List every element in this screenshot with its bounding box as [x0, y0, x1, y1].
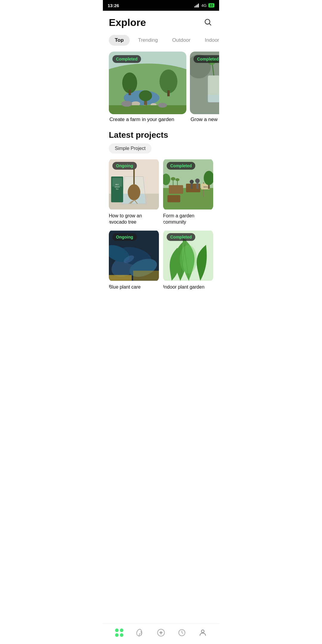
svg-rect-57	[191, 184, 193, 189]
svg-point-0	[205, 19, 210, 24]
svg-rect-71	[133, 270, 159, 281]
filter-chips: Simple Project	[103, 143, 219, 158]
svg-point-53	[175, 178, 179, 181]
project-image-community: SMAG Completed	[163, 158, 213, 210]
svg-rect-55	[196, 183, 199, 189]
project-card-title-greenplant: Indoor plant garden	[163, 284, 213, 290]
status-badge-community: Completed	[167, 162, 195, 170]
top-card-title-1: Create a farm in your garden	[109, 117, 186, 123]
page-header: Explore	[103, 11, 219, 31]
status-badge-avocado: Ongoing	[112, 162, 137, 170]
project-image-avocado: MINT GREEN TEA Ongoing	[109, 158, 159, 210]
svg-rect-47	[169, 185, 183, 194]
project-card-avocado[interactable]: MINT GREEN TEA Ongoing How to grow an av…	[109, 158, 159, 225]
project-card-greenplant[interactable]: Completed Indoor plant garden	[163, 230, 213, 290]
top-projects-scroll: Completed Create a farm in your garden	[103, 49, 219, 127]
top-project-card-1[interactable]: Completed Create a farm in your garden	[109, 52, 186, 123]
svg-point-56	[190, 180, 193, 184]
top-project-image-1: Completed	[109, 52, 186, 114]
svg-rect-8	[129, 90, 131, 95]
svg-line-1	[209, 24, 211, 25]
svg-rect-6	[167, 90, 170, 96]
status-badge-2: Completed	[193, 55, 219, 63]
top-project-card-2[interactable]: Completed Grow a new pla ones	[190, 52, 219, 123]
svg-rect-62	[208, 185, 210, 189]
svg-point-10	[139, 90, 152, 101]
projects-grid: MINT GREEN TEA Ongoing How to grow an av…	[103, 158, 219, 295]
project-card-title-blueplant: Blue plant care	[109, 284, 159, 290]
project-card-title-avocado: How to grow an avocado tree	[109, 213, 159, 225]
project-image-blueplant: Ongoing	[109, 230, 159, 282]
status-badge-greenplant: Completed	[167, 233, 195, 241]
network-label: 4G	[201, 3, 206, 8]
svg-text:MINT: MINT	[115, 184, 119, 185]
status-badge-blueplant: Ongoing	[112, 233, 137, 241]
svg-point-35	[128, 184, 140, 200]
latest-projects-title: Latest projects	[103, 127, 219, 143]
svg-point-54	[195, 179, 200, 183]
svg-point-15	[121, 101, 132, 107]
battery-icon: 33	[208, 3, 214, 7]
tab-top[interactable]: Top	[109, 35, 130, 46]
svg-text:TEA: TEA	[116, 188, 119, 190]
search-icon	[204, 18, 212, 26]
project-card-blueplant[interactable]: Ongoing Blue plant care	[109, 230, 159, 290]
page-title: Explore	[109, 17, 146, 28]
status-time: 13:26	[108, 3, 119, 8]
tab-indoor[interactable]: Indoor	[199, 35, 219, 46]
project-image-greenplant: Completed	[163, 230, 213, 282]
tab-outdoor[interactable]: Outdoor	[166, 35, 196, 46]
project-card-community[interactable]: SMAG Completed Form a garden community	[163, 158, 213, 225]
svg-rect-49	[167, 195, 180, 202]
svg-point-75	[180, 245, 197, 273]
status-icons: 4G 33	[194, 3, 214, 8]
project-card-title-community: Form a garden community	[163, 213, 213, 225]
svg-text:SMAG: SMAG	[203, 186, 208, 188]
top-card-title-2: Grow a new pla ones	[190, 117, 219, 123]
svg-rect-29	[208, 95, 219, 102]
signal-icon	[194, 3, 199, 7]
svg-point-51	[171, 177, 175, 181]
tab-trending[interactable]: Trending	[132, 35, 164, 46]
svg-rect-70	[109, 275, 132, 281]
category-tabs: Top Trending Outdoor Indoor	[103, 31, 219, 49]
svg-rect-14	[109, 105, 186, 114]
svg-text:GREEN: GREEN	[114, 186, 120, 188]
svg-point-16	[158, 103, 167, 108]
top-project-image-2: Completed	[190, 52, 219, 114]
svg-point-5	[160, 69, 177, 93]
search-button[interactable]	[202, 17, 213, 28]
filter-chip-simple[interactable]: Simple Project	[109, 143, 151, 154]
status-bar: 13:26 4G 33	[103, 0, 219, 11]
status-badge-1: Completed	[112, 55, 141, 63]
